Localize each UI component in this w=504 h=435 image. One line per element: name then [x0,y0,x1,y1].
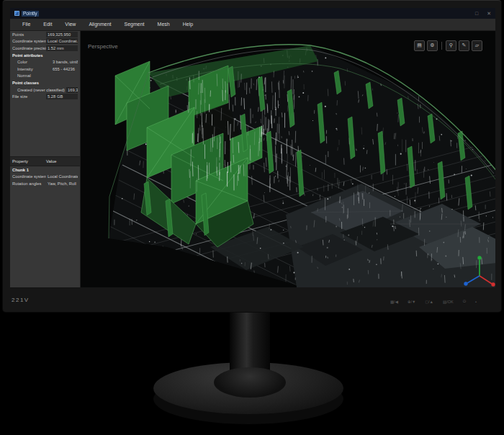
property-value [51,75,78,76]
property-value: 1.52 mm [46,45,78,51]
menu-item-edit[interactable]: Edit [37,19,58,30]
maximize-button[interactable]: □ [475,8,478,19]
property-value [46,55,78,56]
menu-item-view[interactable]: View [58,19,82,30]
property-row: Point classes [10,79,80,86]
property-value: 169,325,950 [66,87,78,93]
table-header-property: Property [12,159,46,163]
property-label: Normal [12,73,51,78]
property-row: Normal [10,73,80,80]
property-row: Intensity655 - 44236 [10,66,80,73]
property-label: Coordinate precision [12,46,46,50]
property-row: Color3 bands, uint8 [10,58,80,66]
osd-button[interactable]: ◻/▲ [425,300,433,304]
table-header: Property Value [10,156,80,166]
title-bar: Pointly □ ✕ [10,8,495,19]
property-row: File size5.28 GB [10,93,80,100]
table-row-label: Chunk 1 [12,168,46,172]
property-label: Point classes [12,81,46,85]
property-label: Coordinate system [12,39,46,43]
menu-bar: FileEditViewAlignmentSegmentMeshHelp [10,19,495,31]
menu-item-file[interactable]: File [16,19,37,30]
osd-button[interactable]: ▦/◀ [390,300,398,304]
pin-icon[interactable]: ⚲ [446,40,456,51]
screen: Pointly □ ✕ FileEditViewAlignmentSegment… [10,8,495,287]
monitor-stand-collar [214,367,286,398]
property-label: Created (never classified) [12,88,65,92]
chunk-table: Chunk 1Coordinate systemLocal Coordinate… [10,166,80,187]
property-value: Local Coordinat... [46,38,78,44]
property-value [46,82,78,84]
property-value: 169,325,950 [46,32,78,37]
property-row: Coordinate systemLocal Coordinat... [10,38,80,45]
monitor-frame: Pointly □ ✕ FileEditViewAlignmentSegment… [3,0,501,312]
window-title: Pointly [22,11,39,17]
window-controls: □ ✕ [475,8,491,19]
properties-sidebar: Points169,325,950Coordinate systemLocal … [10,31,81,287]
property-value: 3 bands, uint8 [51,59,78,65]
pointcloud-canvas [81,31,495,287]
toolbar-separator [441,42,442,50]
table-row: Coordinate systemLocal Coordinates (m) [10,174,80,181]
table-row: Chunk 1 [10,166,80,174]
table-row-label: Rotation angles [12,181,46,186]
layers-icon[interactable]: ▤ [414,40,425,51]
chart-icon[interactable]: ▱ [472,40,482,51]
osd-button[interactable]: • [475,300,477,304]
osd-button[interactable]: ⏻ [463,299,466,304]
table-row-value: Local Coordinates (m) [46,174,78,179]
osd-button-row: ▦/◀⊕/▼◻/▲▤/OK⏻• [390,299,477,304]
close-button[interactable]: ✕ [487,8,491,19]
table-row-value: Yaw, Pitch, Roll [46,181,78,187]
menu-item-mesh[interactable]: Mesh [151,19,176,30]
property-row: Point attributes [10,52,80,59]
property-row: Created (never classified)169,325,950 [10,86,80,94]
3d-viewport[interactable]: Perspective ▤⚙⚲✎▱ [81,31,495,287]
property-label: Color [12,60,51,64]
main-content: Points169,325,950Coordinate systemLocal … [10,31,495,287]
table-header-value: Value [46,159,56,163]
menu-item-help[interactable]: Help [176,19,199,30]
property-row: Points169,325,950 [10,31,80,38]
tag-icon[interactable]: ✎ [459,40,469,51]
property-label: Points [12,32,46,37]
scene: Pointly □ ✕ FileEditViewAlignmentSegment… [0,0,504,435]
table-row-value [46,169,78,171]
monitor-brand-label: 221V [12,297,30,303]
property-row: Coordinate precision1.52 mm [10,45,80,52]
properties-panel: Points169,325,950Coordinate systemLocal … [10,31,80,100]
property-label: Point attributes [12,53,46,58]
property-label: Intensity [12,67,51,71]
property-label: File size [12,94,46,99]
gear-icon[interactable]: ⚙ [427,40,438,51]
table-row-label: Coordinate system [12,174,46,179]
property-value: 655 - 44236 [51,66,78,72]
menu-item-segment[interactable]: Segment [118,19,151,30]
app-icon [14,11,19,16]
property-value: 5.28 GB [46,94,78,99]
sidebar-spacer [10,100,80,156]
osd-button[interactable]: ⊕/▼ [408,300,416,304]
osd-button[interactable]: ▤/OK [443,300,454,304]
menu-item-alignment[interactable]: Alignment [82,19,117,30]
table-row: Rotation anglesYaw, Pitch, Roll [10,180,80,187]
viewport-toolbar: ▤⚙⚲✎▱ [414,40,482,51]
perspective-label: Perspective [88,43,118,50]
